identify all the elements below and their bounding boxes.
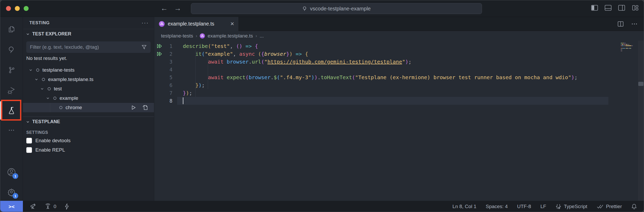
code-text: });	[183, 81, 205, 89]
code-line-3[interactable]: 3 await browser.url("https://github.com/…	[154, 58, 644, 66]
toggle-secondary-sidebar-icon[interactable]	[618, 4, 626, 11]
breadcrumb-file[interactable]: example.testplane.ts	[208, 33, 253, 39]
code-line-6[interactable]: 6 });	[154, 81, 644, 89]
section-testplane[interactable]: TESTPLANE	[23, 117, 154, 127]
chevron-down-icon[interactable]	[28, 68, 33, 72]
annotation-highlight-box	[1, 100, 21, 121]
status-indentation[interactable]: Spaces: 4	[486, 204, 508, 209]
go-to-test-icon[interactable]	[142, 104, 148, 111]
code-line-8[interactable]: 8	[154, 97, 644, 105]
line-number: 4	[165, 67, 183, 72]
enable-devtools-checkbox[interactable]	[26, 138, 32, 144]
tree-item-test[interactable]: test	[23, 84, 154, 93]
enable-repl-checkbox[interactable]	[26, 147, 32, 153]
chevron-right-icon: ›	[196, 33, 197, 39]
status-cursor-position[interactable]: Ln 8, Col 1	[453, 204, 476, 209]
navigate-back-button[interactable]: ←	[159, 4, 169, 13]
tree-item-testplane-tests[interactable]: testplane-tests	[23, 65, 154, 75]
status-language[interactable]: TypeScript	[556, 203, 587, 210]
explorer-icon[interactable]	[6, 24, 17, 35]
ports-status[interactable]: 0	[44, 203, 56, 210]
filter-funnel-icon[interactable]	[141, 44, 147, 50]
status-bar: >< 0 Ln 8, Col 1 Spaces: 4 UTF-8 LF Type…	[0, 201, 644, 212]
breadcrumb: testplane-tests › example.testplane.ts ›…	[154, 31, 644, 41]
zap-icon[interactable]	[64, 203, 69, 210]
double-check-icon	[597, 204, 604, 209]
search-view-icon[interactable]	[6, 45, 17, 55]
section-title: TEST EXPLORER	[32, 31, 71, 37]
toggle-primary-sidebar-icon[interactable]	[591, 4, 598, 11]
accounts-icon[interactable]: 1	[6, 167, 17, 177]
close-window-button[interactable]	[6, 6, 11, 11]
minimize-window-button[interactable]	[15, 6, 20, 11]
line-number: 2	[165, 51, 183, 57]
chevron-down-icon[interactable]	[40, 86, 44, 91]
code-line-2[interactable]: 2 it("example", async ({browser}) => {	[154, 50, 644, 58]
editor-scrollbar[interactable]	[638, 41, 644, 201]
filter-placeholder: Filter (e.g. text, !exclude, @tag)	[30, 44, 141, 50]
zoom-window-button[interactable]	[24, 6, 29, 11]
test-tree: testplane-tests example.testplane.ts tes…	[23, 65, 154, 112]
minimap[interactable]	[621, 43, 637, 53]
chevron-down-icon[interactable]	[34, 77, 39, 82]
scrollbar-thumb[interactable]	[638, 82, 643, 86]
command-center-search[interactable]: vscode-testplane-example	[191, 3, 482, 14]
code-line-7[interactable]: 7});	[154, 89, 644, 97]
code-area: 1describe("test", () => {2 it("example",…	[154, 41, 644, 201]
close-tab-icon[interactable]: ✕	[230, 21, 234, 27]
test-filter-input[interactable]: Filter (e.g. text, !exclude, @tag)	[26, 41, 151, 53]
activity-bar: 1 1	[0, 17, 23, 201]
source-control-icon[interactable]	[6, 65, 17, 75]
run-debug-icon[interactable]	[6, 85, 17, 96]
tree-item-example-testplane-ts[interactable]: example.testplane.ts	[23, 75, 154, 84]
run-test-icon[interactable]	[131, 104, 136, 111]
ports-count: 0	[54, 204, 56, 209]
toggle-panel-icon[interactable]	[604, 4, 612, 11]
breadcrumb-symbol[interactable]: ...	[260, 33, 264, 39]
remote-indicator[interactable]: ><	[0, 201, 23, 212]
pane-header: TESTING ···	[23, 17, 154, 29]
customize-layout-icon[interactable]	[631, 4, 639, 11]
split-editor-icon[interactable]	[617, 21, 624, 27]
tab-example-testplane-ts[interactable]: example.testplane.ts ✕	[154, 17, 239, 31]
more-actions-icon[interactable]	[631, 21, 637, 27]
status-encoding[interactable]: UTF-8	[517, 204, 531, 209]
tree-item-label: test	[54, 86, 62, 92]
run-test-gutter-icon[interactable]	[154, 51, 165, 57]
layout-controls	[591, 4, 639, 11]
pane-title: TESTING	[29, 20, 50, 26]
chevron-down-icon[interactable]	[46, 96, 50, 101]
accounts-badge: 1	[12, 173, 18, 179]
notifications-bell-icon[interactable]	[631, 203, 637, 210]
code-line-1[interactable]: 1describe("test", () => {	[154, 42, 644, 50]
status-eol[interactable]: LF	[540, 204, 546, 209]
chevron-down-icon	[25, 120, 30, 124]
section-test-explorer[interactable]: TEST EXPLORER	[23, 29, 154, 39]
checkbox-label: Enable REPL	[35, 147, 65, 153]
run-test-gutter-icon[interactable]	[154, 43, 165, 49]
tree-item-example[interactable]: example	[23, 93, 154, 103]
tree-item-chrome[interactable]: chrome	[23, 103, 154, 112]
line-number: 6	[165, 82, 183, 88]
settings-group-label: SETTINGS	[26, 130, 151, 135]
code-line-5[interactable]: 5 await expect(browser.$(".f4.my-3")).to…	[154, 73, 644, 81]
tab-title: example.testplane.ts	[168, 21, 214, 27]
navigate-forward-button[interactable]: →	[173, 4, 182, 13]
line-number: 5	[165, 74, 183, 80]
status-formatter[interactable]: Prettier	[597, 204, 622, 209]
settings-gear-icon[interactable]: 1	[6, 187, 17, 197]
tree-item-label: testplane-tests	[42, 67, 75, 73]
tree-item-label: example	[60, 95, 78, 101]
section-title: TESTPLANE	[32, 119, 60, 124]
search-icon	[302, 6, 307, 11]
additional-views-icon[interactable]	[6, 125, 17, 135]
code-line-4[interactable]: 4	[154, 66, 644, 73]
testplane-file-icon	[159, 21, 165, 27]
enable-repl-row[interactable]: Enable REPL	[26, 145, 154, 155]
enable-devtools-row[interactable]: Enable devtools	[26, 136, 154, 145]
pane-more-actions-icon[interactable]: ···	[141, 20, 149, 26]
checkbox-label: Enable devtools	[35, 138, 70, 144]
breadcrumb-folder[interactable]: testplane-tests	[161, 33, 193, 39]
telescope-icon[interactable]	[30, 203, 36, 210]
line-number: 8	[165, 98, 183, 104]
